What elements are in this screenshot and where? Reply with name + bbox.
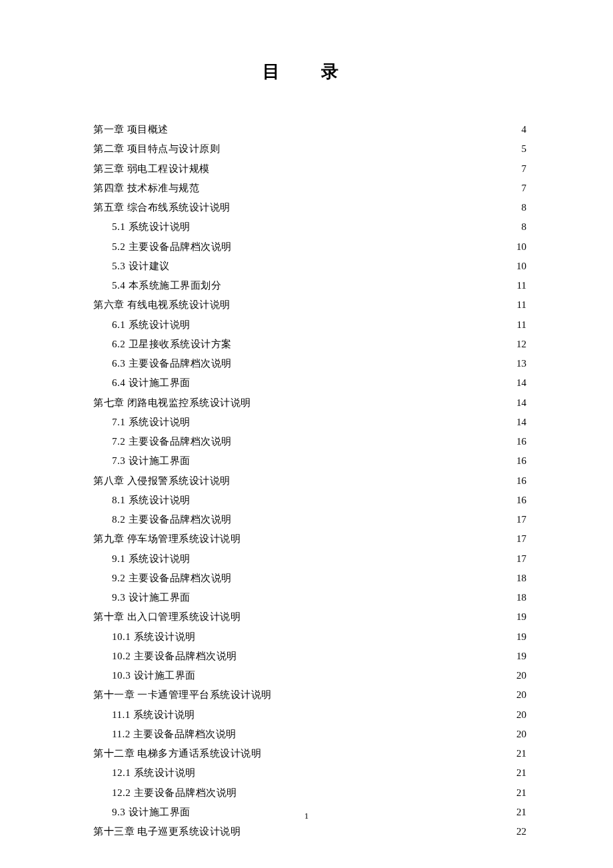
toc-entry: 第五章 综合布线系统设计说明8 [93,198,526,217]
toc-label: 第四章 技术标准与规范 [93,179,199,198]
toc-entry: 5.2 主要设备品牌档次说明 10 [93,237,526,257]
page-footer: 1 [0,811,613,821]
toc-page-number: 16 [516,471,526,491]
toc-label: 第五章 综合布线系统设计说明 [93,198,231,217]
toc-label: 11.2 主要设备品牌档次说明 [112,725,237,744]
toc-entry: 第十一章 一卡通管理平台系统设计说明20 [93,685,526,705]
document-page: 目 录 第一章 项目概述4第二章 项目特点与设计原则5第三章 弱电工程设计规模7… [0,0,613,868]
toc-entry: 第十三章 电子巡更系统设计说明22 [93,822,526,841]
toc-page-number: 14 [516,393,526,413]
toc-entry: 11.1 系统设计说明20 [93,705,526,725]
toc-label: 第二章 项目特点与设计原则 [93,139,220,159]
toc-label: 8.1 系统设计说明 [112,491,191,510]
toc-label: 5.4 本系统施工界面划分 [112,276,221,295]
toc-entry: 5.3 设计建议 10 [93,257,526,276]
toc-page-number: 16 [516,451,526,471]
toc-entry: 第九章 停车场管理系统设计说明17 [93,529,526,549]
toc-page-number: 14 [516,373,526,393]
toc-page-number: 5 [522,139,527,159]
toc-entry: 9.1 系统设计说明17 [93,549,526,569]
toc-entry: 7.3 设计施工界面 16 [93,451,526,471]
toc-label: 第十章 出入口管理系统设计说明 [93,607,241,627]
toc-page-number: 14 [516,413,526,432]
toc-entry: 5.1 系统设计说明 8 [93,217,526,237]
toc-label: 10.3 设计施工界面 [112,666,196,685]
toc-entry: 5.4 本系统施工界面划分 11 [93,276,526,295]
toc-label: 12.2 主要设备品牌档次说明 [112,783,237,803]
toc-label: 8.2 主要设备品牌档次说明 [112,510,232,529]
toc-entry: 第二章 项目特点与设计原则5 [93,139,526,159]
toc-entry: 9.3 设计施工界面18 [93,588,526,607]
toc-label: 第十三章 电子巡更系统设计说明 [93,822,241,841]
toc-label: 10.2 主要设备品牌档次说明 [112,647,237,666]
toc-label: 11.1 系统设计说明 [112,705,195,725]
toc-label: 9.3 设计施工界面 [112,588,191,607]
toc-label: 6.4 设计施工界面 [112,373,191,393]
toc-page-number: 11 [517,276,526,295]
toc-entry: 7.1 系统设计说明 14 [93,413,526,432]
toc-page-number: 20 [516,725,526,744]
toc-label: 7.2 主要设备品牌档次说明 [112,432,232,451]
toc-page-number: 19 [516,627,526,647]
toc-label: 6.2 卫星接收系统设计方案 [112,335,232,354]
toc-page-number: 17 [516,529,526,549]
toc-page-number: 12 [516,335,526,354]
toc-label: 第六章 有线电视系统设计说明 [93,295,231,315]
toc-label: 6.1 系统设计说明 [112,315,191,335]
toc-entry: 12.1 系统设计说明21 [93,763,526,783]
toc-page-number: 4 [522,120,527,139]
toc-page-number: 16 [516,491,526,510]
toc-page-number: 18 [516,569,526,588]
toc-page-number: 17 [516,549,526,569]
table-of-contents: 第一章 项目概述4第二章 项目特点与设计原则5第三章 弱电工程设计规模7第四章 … [93,120,526,841]
toc-page-number: 10 [516,257,526,276]
toc-entry: 第三章 弱电工程设计规模7 [93,159,526,179]
toc-label: 第七章 闭路电视监控系统设计说明 [93,393,251,413]
toc-label: 12.1 系统设计说明 [112,763,196,783]
toc-page-number: 18 [516,588,526,607]
toc-entry: 6.3 主要设备品牌档次说明13 [93,354,526,373]
toc-entry: 10.3 设计施工界面 20 [93,666,526,685]
toc-label: 5.1 系统设计说明 [112,217,191,237]
toc-page-number: 20 [516,685,526,705]
toc-page-number: 20 [516,705,526,725]
toc-label: 7.3 设计施工界面 [112,451,191,471]
toc-page-number: 19 [516,647,526,666]
toc-entry: 第十章 出入口管理系统设计说明19 [93,607,526,627]
toc-entry: 12.2 主要设备品牌档次说明21 [93,783,526,803]
toc-page-number: 11 [517,295,526,315]
toc-label: 10.1 系统设计说明 [112,627,196,647]
toc-entry: 7.2 主要设备品牌档次说明16 [93,432,526,451]
toc-label: 第九章 停车场管理系统设计说明 [93,529,241,549]
toc-entry: 6.1 系统设计说明11 [93,315,526,335]
toc-label: 9.2 主要设备品牌档次说明 [112,569,232,588]
page-number: 1 [305,811,309,821]
toc-page-number: 11 [517,315,526,335]
toc-label: 7.1 系统设计说明 [112,413,191,432]
toc-entry: 第七章 闭路电视监控系统设计说明14 [93,393,526,413]
toc-label: 5.2 主要设备品牌档次说明 [112,237,232,257]
toc-page-number: 8 [522,217,527,237]
toc-page-number: 7 [522,179,527,198]
toc-entry: 第十二章 电梯多方通话系统设计说明21 [93,744,526,763]
toc-entry: 11.2 主要设备品牌档次说明20 [93,725,526,744]
toc-entry: 10.2 主要设备品牌档次说明19 [93,647,526,666]
toc-page-number: 13 [516,354,526,373]
toc-page-number: 21 [516,783,526,803]
toc-entry: 第四章 技术标准与规范7 [93,179,526,198]
toc-page-number: 19 [516,607,526,627]
toc-entry: 第一章 项目概述4 [93,120,526,139]
toc-entry: 9.2 主要设备品牌档次说明18 [93,569,526,588]
toc-page-number: 22 [516,822,526,841]
toc-label: 9.1 系统设计说明 [112,549,191,569]
toc-entry: 8.1 系统设计说明16 [93,491,526,510]
toc-label: 5.3 设计建议 [112,257,170,276]
toc-page-number: 21 [516,763,526,783]
toc-page-number: 21 [516,744,526,763]
toc-entry: 6.4 设计施工界面14 [93,373,526,393]
toc-entry: 6.2 卫星接收系统设计方案12 [93,335,526,354]
page-title: 目 录 [93,60,526,83]
toc-page-number: 10 [516,237,526,257]
toc-page-number: 8 [522,198,527,217]
toc-page-number: 17 [516,510,526,529]
